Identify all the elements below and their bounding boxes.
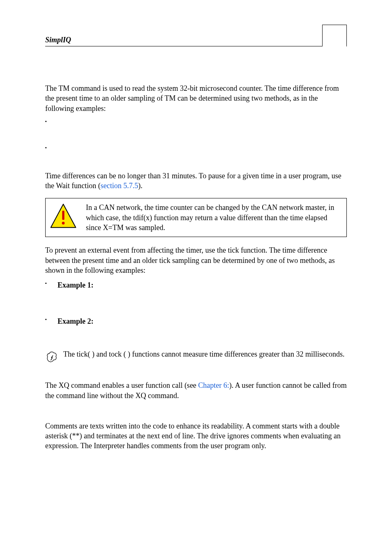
chapter-link[interactable]: Chapter 6: — [198, 381, 229, 389]
list-item — [45, 145, 347, 161]
note-block: The tick( ) and tock ( ) functions canno… — [45, 349, 347, 364]
xq-pre: The XQ command enables a user function c… — [45, 381, 198, 389]
list-item: Example 2: — [45, 316, 347, 333]
list-item — [45, 118, 347, 135]
warning-callout: In a CAN network, the time counter can b… — [45, 198, 347, 237]
note-text: The tick( ) and tock ( ) functions canno… — [63, 349, 344, 364]
examples-list-a — [45, 118, 347, 161]
time-diff-pre: Time differences can be no longer than 3… — [45, 172, 341, 190]
header-side-box — [322, 25, 347, 46]
list-item: Example 1: — [45, 280, 347, 297]
tick-intro-paragraph: To prevent an external event from affect… — [45, 245, 347, 275]
example-b-2: Example 2: — [58, 317, 94, 325]
svg-point-2 — [62, 222, 65, 225]
example-b-1: Example 1: — [58, 281, 94, 289]
comments-paragraph: Comments are texts written into the code… — [45, 421, 347, 451]
time-diff-paragraph: Time differences can be no longer than 3… — [45, 171, 347, 191]
section-link[interactable]: section 5.7.5 — [101, 182, 138, 190]
xq-paragraph: The XQ command enables a user function c… — [45, 380, 347, 401]
page-header: SimplIQ — [45, 25, 347, 46]
svg-rect-1 — [62, 211, 64, 220]
time-diff-post: ). — [138, 182, 143, 190]
warning-icon — [50, 203, 77, 233]
header-title: SimplIQ — [45, 36, 71, 44]
examples-list-b: Example 1: Example 2: — [45, 280, 347, 333]
intro-paragraph: The TM command is used to read the syste… — [45, 83, 347, 113]
warning-text: In a CAN network, the time counter can b… — [86, 203, 341, 233]
note-icon — [45, 349, 58, 364]
